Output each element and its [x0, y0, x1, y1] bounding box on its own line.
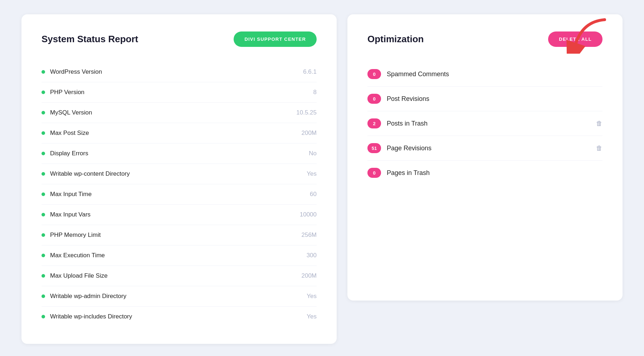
row-label: Max Input Vars [50, 211, 91, 218]
row-value: 6.6.1 [303, 68, 317, 75]
optimization-row: 2 Posts in Trash 🗑 [367, 111, 602, 136]
row-left: Writable wp-includes Directory [42, 313, 132, 320]
row-label: Max Upload File Size [50, 272, 108, 279]
row-left: Writable wp-content Directory [42, 170, 130, 177]
status-dot [42, 131, 45, 135]
status-dot [42, 233, 45, 237]
optimization-row: 51 Page Revisions 🗑 [367, 136, 602, 161]
row-left: Writable wp-admin Directory [42, 293, 126, 300]
row-value: Yes [307, 293, 317, 300]
status-row: PHP Memory Limit 256M [42, 225, 317, 245]
row-label: Display Errors [50, 150, 88, 157]
optimization-row: 0 Post Revisions [367, 87, 602, 111]
status-row: MySQL Version 10.5.25 [42, 103, 317, 123]
status-row: PHP Version 8 [42, 82, 317, 103]
row-left: WordPress Version [42, 68, 102, 75]
row-value: Yes [307, 170, 317, 177]
optimization-label: Pages in Trash [387, 169, 602, 177]
status-dot [42, 254, 45, 257]
row-label: Writable wp-admin Directory [50, 293, 126, 300]
arrow-icon [565, 18, 608, 54]
row-label: Max Input Time [50, 191, 92, 198]
row-label: Max Execution Time [50, 252, 105, 259]
row-left: Display Errors [42, 150, 88, 157]
status-row: WordPress Version 6.6.1 [42, 62, 317, 82]
row-label: MySQL Version [50, 109, 92, 116]
count-badge: 0 [367, 94, 381, 104]
system-status-title: System Status Report [42, 34, 138, 45]
status-row: Max Execution Time 300 [42, 245, 317, 266]
row-label: PHP Memory Limit [50, 231, 101, 239]
row-label: WordPress Version [50, 68, 102, 75]
row-value: 60 [310, 191, 317, 198]
row-left: Max Upload File Size [42, 272, 108, 279]
count-badge: 51 [367, 143, 381, 153]
count-badge: 0 [367, 69, 381, 79]
status-dot [42, 294, 45, 298]
status-list: WordPress Version 6.6.1 PHP Version 8 My… [42, 62, 317, 327]
status-row: Max Input Time 60 [42, 184, 317, 205]
status-dot [42, 192, 45, 196]
status-dot [42, 213, 45, 216]
system-status-header: System Status Report DIVI SUPPORT CENTER [42, 31, 317, 47]
row-value: 256M [301, 231, 317, 239]
optimization-label: Page Revisions [387, 145, 590, 152]
arrow-container [565, 18, 608, 55]
optimization-title: Optimization [367, 34, 424, 45]
status-row: Writable wp-content Directory Yes [42, 164, 317, 184]
status-row: Writable wp-admin Directory Yes [42, 286, 317, 307]
row-label: Writable wp-content Directory [50, 170, 130, 177]
row-left: MySQL Version [42, 109, 92, 116]
system-status-card: System Status Report DIVI SUPPORT CENTER… [21, 14, 337, 344]
status-row: Display Errors No [42, 143, 317, 164]
row-value: 200M [301, 130, 317, 137]
row-left: PHP Version [42, 89, 84, 96]
optimization-card: Optimization DELETE ALL 0 Spammed Commen… [347, 14, 623, 301]
count-badge: 0 [367, 168, 381, 178]
status-dot [42, 111, 45, 114]
row-left: PHP Memory Limit [42, 231, 101, 239]
optimization-label: Spammed Comments [387, 70, 602, 78]
row-label: Max Post Size [50, 130, 89, 137]
row-left: Max Post Size [42, 130, 89, 137]
status-dot [42, 91, 45, 94]
status-dot [42, 315, 45, 318]
row-label: Writable wp-includes Directory [50, 313, 132, 320]
row-left: Max Input Vars [42, 211, 91, 218]
status-row: Writable wp-includes Directory Yes [42, 307, 317, 327]
row-value: 200M [301, 272, 317, 279]
row-value: No [309, 150, 317, 157]
row-label: PHP Version [50, 89, 84, 96]
status-dot [42, 152, 45, 155]
row-value: 8 [313, 89, 317, 96]
status-row: Max Input Vars 10000 [42, 205, 317, 225]
row-left: Max Execution Time [42, 252, 105, 259]
optimization-card-wrapper: Optimization DELETE ALL 0 Spammed Commen… [347, 14, 623, 344]
row-value: 10000 [300, 211, 317, 218]
trash-icon[interactable]: 🗑 [596, 145, 602, 152]
row-value: 300 [307, 252, 317, 259]
row-value: 10.5.25 [296, 109, 317, 116]
optimization-list: 0 Spammed Comments 0 Post Revisions 2 Po… [367, 62, 602, 185]
status-dot [42, 172, 45, 176]
status-row: Max Upload File Size 200M [42, 266, 317, 286]
status-dot [42, 274, 45, 278]
optimization-label: Posts in Trash [387, 120, 590, 127]
optimization-row: 0 Spammed Comments [367, 62, 602, 87]
optimization-row: 0 Pages in Trash [367, 161, 602, 185]
divi-support-center-button[interactable]: DIVI SUPPORT CENTER [234, 31, 317, 47]
status-dot [42, 70, 45, 74]
trash-icon[interactable]: 🗑 [596, 120, 602, 127]
row-value: Yes [307, 313, 317, 320]
optimization-label: Post Revisions [387, 95, 602, 103]
row-left: Max Input Time [42, 191, 92, 198]
count-badge: 2 [367, 118, 381, 128]
status-row: Max Post Size 200M [42, 123, 317, 143]
